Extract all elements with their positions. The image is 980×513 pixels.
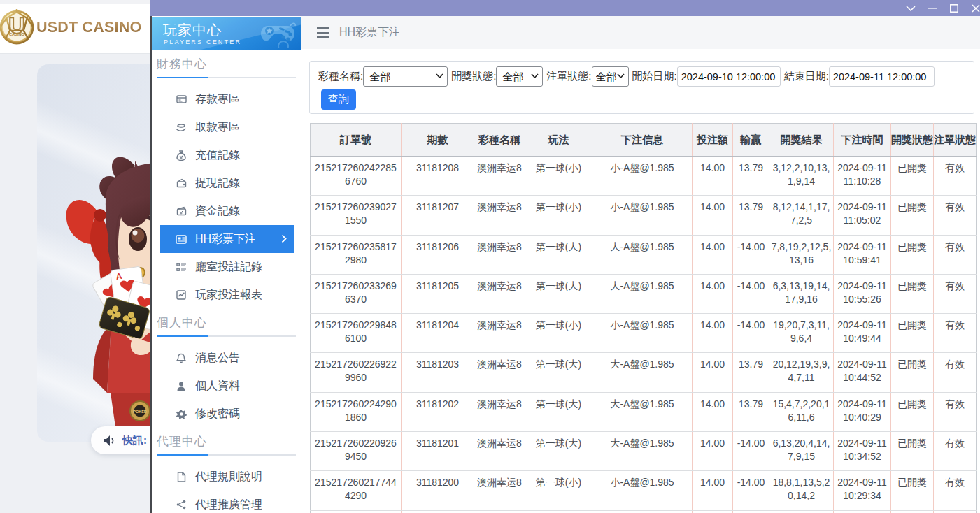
- sidebar-item-label: 修改密碼: [195, 407, 240, 421]
- cell-time: 2024-09-11 10:44:52: [834, 353, 891, 392]
- cell-time: 2024-09-11 11:10:28: [834, 157, 891, 196]
- cell-win: 13.79: [733, 196, 769, 235]
- sidebar-item-個人資料[interactable]: 個人資料: [160, 372, 294, 400]
- cell-play: 第一球(大): [525, 392, 592, 431]
- sidebar-nav: 財務中心存款專區取款專區充值記錄提現記錄資金記錄HH彩票下注廳室投註記錄玩家投注…: [152, 50, 301, 513]
- sidebar-item-代理推廣管理[interactable]: 代理推廣管理: [160, 491, 294, 513]
- sidebar-item-取款專區[interactable]: 取款專區: [160, 113, 294, 141]
- end-date-input[interactable]: [829, 66, 935, 87]
- draw-status-select[interactable]: 全部: [496, 66, 543, 87]
- sidebar-item-存款專區[interactable]: 存款專區: [160, 85, 294, 113]
- sidebar-item-提現記錄[interactable]: 提現記錄: [160, 169, 294, 197]
- cell-status2: 有效: [934, 432, 977, 471]
- sidebar-subtitle: PLAYERS CENTER: [164, 38, 241, 45]
- start-date-input[interactable]: [677, 66, 781, 87]
- order-status-select[interactable]: 全部: [592, 66, 629, 87]
- cell-win: -14.00: [733, 274, 769, 313]
- sidebar-item-HH彩票下注[interactable]: HH彩票下注: [160, 225, 294, 253]
- cell-time: 2024-09-11 10:55:26: [834, 274, 891, 313]
- cell-order: 215217260242285 6760: [311, 157, 402, 196]
- order-status-label: 注單狀態:: [546, 70, 591, 83]
- sidebar-item-label: 取款專區: [195, 120, 240, 135]
- cell-play: 第一球(小): [525, 471, 592, 510]
- column-header: 下注信息: [592, 124, 693, 157]
- sidebar-item-充值記錄[interactable]: 充值記錄: [160, 141, 294, 169]
- cell-game: 澳洲幸运8: [474, 314, 525, 353]
- table-row: 215217260242285 676031181208澳洲幸运8第一球(小)小…: [311, 157, 977, 196]
- cell-game: 澳洲幸运8: [474, 432, 525, 471]
- filter-panel: 彩種名稱: 全部 開獎狀態: 全部 注單狀態: 全部 開始日期: 結束日期:: [309, 61, 974, 114]
- sidebar-item-label: 個人資料: [195, 379, 240, 393]
- cell-period: 31181204: [402, 314, 474, 353]
- cell-win: -14.00: [733, 314, 769, 353]
- sidebar-item-代理規則說明[interactable]: 代理規則說明: [160, 463, 294, 491]
- gamepad-icon: [258, 20, 297, 50]
- cell-status2: 有效: [934, 235, 977, 274]
- window-minimize-button[interactable]: [921, 0, 943, 16]
- cell-period: 31181202: [402, 392, 474, 431]
- sidebar-item-廳室投註記錄[interactable]: 廳室投註記錄: [160, 253, 294, 281]
- cell-play: 第一球(小): [525, 314, 592, 353]
- cell-info: 大-A盤@1.985: [592, 274, 693, 313]
- lottery-name-select[interactable]: 全部: [363, 66, 448, 87]
- sidebar-item-消息公告[interactable]: 消息公告: [160, 344, 294, 372]
- sidebar-item-玩家投注報表[interactable]: 玩家投注報表: [160, 281, 294, 309]
- page-title: HH彩票下注: [339, 25, 400, 40]
- cell-time: 2024-09-11 10:29:34: [834, 471, 891, 510]
- cell-win: -14.00: [733, 432, 769, 471]
- site-logo[interactable]: CASINO USDT CASINO: [0, 9, 141, 45]
- bell-icon: [176, 353, 187, 363]
- brand-text: USDT CASINO: [36, 19, 141, 36]
- cell-time: 2024-09-11 10:49:44: [834, 314, 891, 353]
- cell-info: 大-A盤@1.985: [592, 392, 693, 431]
- cell-status1: 已開獎: [891, 314, 934, 353]
- table-row: 215217260229848 610031181204澳洲幸运8第一球(小)小…: [311, 314, 977, 353]
- cell-result: 6,3,13,19,14,17,9,16: [769, 274, 834, 313]
- sidebar-item-label: 玩家投注報表: [195, 288, 262, 303]
- bets-table-wrap: 訂單號期數彩種名稱玩法下注信息投注額輸贏開獎結果下注時間開獎狀態注單狀態 215…: [310, 123, 977, 406]
- cell-result: 19,20,7,3,11,9,6,4: [769, 314, 834, 353]
- sidebar-item-修改密碼[interactable]: 修改密碼: [160, 400, 294, 428]
- sidebar-items-group: 消息公告個人資料修改密碼: [152, 337, 301, 428]
- minimize-icon: [928, 8, 937, 9]
- player-report-icon: [176, 290, 187, 300]
- cell-time: 2024-09-11 11:05:02: [834, 196, 891, 235]
- cell-game: 澳洲幸运8: [474, 235, 525, 274]
- cell-win: 13.79: [733, 392, 769, 431]
- cell-status1: 已開獎: [891, 196, 934, 235]
- cell-result: 6,13,20,4,14,7,9,15: [769, 432, 834, 471]
- start-date-label: 開始日期:: [632, 70, 677, 83]
- cell-period: 31181206: [402, 235, 474, 274]
- person-icon: [176, 381, 187, 391]
- casino-chip-logo-icon: CASINO: [0, 9, 35, 45]
- close-icon: [972, 4, 980, 13]
- cell-game: 澳洲幸运8: [474, 471, 525, 510]
- search-button[interactable]: 查詢: [321, 89, 356, 110]
- cell-game: 澳洲幸运8: [474, 196, 525, 235]
- cell-status2: 有效: [934, 196, 977, 235]
- table-body: 215217260242285 676031181208澳洲幸运8第一球(小)小…: [311, 157, 977, 513]
- sidebar-section-title: 財務中心: [157, 57, 298, 77]
- cell-play: 第一球(大): [525, 235, 592, 274]
- content-header: HH彩票下注: [301, 16, 980, 49]
- hamburger-menu-icon[interactable]: [317, 26, 329, 39]
- cell-result: 8,12,14,1,17,7,2,5: [769, 196, 834, 235]
- recharge-bag-icon: [176, 150, 187, 161]
- gear-icon: [176, 409, 187, 419]
- section-divider: [157, 335, 296, 337]
- window-maximize-button[interactable]: [943, 0, 965, 16]
- cell-order: 215217260226922 9960: [311, 353, 402, 392]
- cell-status1: 已開獎: [891, 353, 934, 392]
- window-dropdown-button[interactable]: [900, 0, 921, 16]
- table-row: 215217260217744 429031181200澳洲幸运8第一球(小)小…: [311, 471, 977, 510]
- table-row: 215217260233269 637031181205澳洲幸运8第一球(大)大…: [311, 274, 977, 313]
- sidebar-section-title: 代理中心: [157, 435, 298, 454]
- window-close-button[interactable]: [965, 0, 980, 16]
- funds-record-icon: [176, 206, 187, 216]
- sidebar-items-group: 代理規則說明代理推廣管理: [152, 456, 301, 513]
- column-header: 開獎狀態: [891, 124, 934, 157]
- cell-status2: 有效: [934, 392, 977, 431]
- sidebar-item-資金記錄[interactable]: 資金記錄: [160, 197, 294, 225]
- withdraw-hand-icon: [176, 122, 187, 132]
- column-header: 期數: [402, 124, 474, 157]
